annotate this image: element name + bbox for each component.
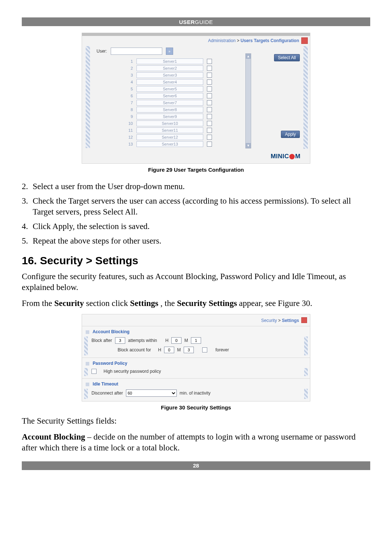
step-5-text: Repeat the above steps for other users.: [33, 236, 161, 246]
step-4-num: 4.: [22, 221, 33, 232]
fig29-left-ornament: [86, 46, 90, 148]
server-access-checkbox[interactable]: [207, 100, 212, 105]
server-name-field[interactable]: Server5: [136, 86, 203, 92]
server-row: 2Server2: [125, 65, 212, 71]
page-footer-bar: 28: [22, 461, 370, 470]
section-16-heading: 16. Security > Settings: [22, 254, 370, 267]
server-row-number: 6: [125, 94, 133, 98]
p2-b1: Security: [54, 299, 84, 308]
server-name-field[interactable]: Server13: [136, 141, 203, 147]
server-row: 6Server6: [125, 93, 212, 99]
password-policy-title: Password Policy: [93, 361, 127, 366]
server-name-field[interactable]: Server4: [136, 79, 203, 85]
select-all-button[interactable]: Select All: [274, 54, 300, 61]
server-access-checkbox[interactable]: [207, 66, 212, 71]
server-row-number: 7: [125, 101, 133, 105]
server-row-number: 9: [125, 114, 133, 119]
server-access-checkbox[interactable]: [207, 59, 212, 64]
server-access-checkbox[interactable]: [207, 86, 212, 91]
server-name-field[interactable]: Server10: [136, 121, 203, 126]
server-name-field[interactable]: Server3: [136, 72, 203, 78]
forever-checkbox[interactable]: [202, 347, 207, 352]
step-3-text: Check the Target servers the user can ac…: [33, 196, 370, 217]
server-access-checkbox[interactable]: [207, 121, 212, 126]
server-name-field[interactable]: Server6: [136, 93, 203, 99]
scrollbar[interactable]: ▲ ▼: [245, 53, 251, 148]
p2-b3: Security Settings: [177, 299, 237, 308]
page-header-bar: USER GUIDE: [22, 17, 370, 26]
server-name-field[interactable]: Server9: [136, 114, 203, 119]
attempts-minutes-input[interactable]: [191, 337, 201, 344]
steps-list: 2. Select a user from the User drop-down…: [22, 181, 370, 246]
breadcrumb-sep: >: [237, 38, 241, 43]
scroll-down-icon[interactable]: ▼: [246, 143, 251, 148]
breadcrumb-page: Settings: [282, 318, 299, 323]
breadcrumb-page: Users Targets Configuration: [241, 38, 299, 43]
server-access-checkbox[interactable]: [207, 93, 212, 98]
h1-label: H: [165, 338, 168, 343]
server-row-number: 4: [125, 80, 133, 84]
help-icon[interactable]: [301, 317, 307, 323]
p2-post: appear, see Figure 30.: [239, 299, 313, 308]
account-blocking-section: Account Blocking Block after attempts wi…: [82, 326, 310, 358]
p2-b2: Settings: [130, 299, 158, 308]
minicom-post: M: [295, 153, 301, 160]
server-access-checkbox[interactable]: [207, 128, 212, 133]
apply-button[interactable]: Apply: [281, 131, 300, 138]
block-after-label: Block after: [91, 338, 112, 343]
help-icon[interactable]: [301, 37, 308, 44]
p2-m2: , the: [160, 299, 177, 308]
step-4-text: Click Apply, the selection is saved.: [33, 221, 150, 232]
minicom-logo: MINIC M: [271, 153, 301, 160]
server-row: 12Server12: [125, 134, 212, 140]
server-access-checkbox[interactable]: [207, 79, 212, 85]
server-access-checkbox[interactable]: [207, 107, 212, 112]
server-name-field[interactable]: Server7: [136, 100, 203, 106]
high-security-checkbox[interactable]: [91, 369, 97, 374]
server-row: 9Server9: [125, 114, 212, 119]
server-row: 13Server13: [125, 141, 212, 147]
block-minutes-input[interactable]: [184, 347, 194, 353]
server-row: 8Server8: [125, 107, 212, 113]
block-after-input[interactable]: [115, 337, 125, 344]
disconnect-after-select[interactable]: 60: [126, 389, 177, 397]
server-row-number: 12: [125, 135, 133, 139]
server-name-field[interactable]: Server8: [136, 107, 203, 113]
server-name-field[interactable]: Server2: [136, 65, 203, 71]
server-row: 10Server10: [125, 121, 212, 126]
ornament-right: [304, 336, 308, 355]
breadcrumb-section[interactable]: Security: [261, 318, 277, 323]
server-row: 4Server4: [125, 79, 212, 85]
breadcrumb-section[interactable]: Administration: [208, 38, 236, 43]
server-row: 1Server1: [125, 58, 212, 64]
block-hours-input[interactable]: [164, 347, 174, 353]
server-row-number: 10: [125, 121, 133, 126]
server-name-field[interactable]: Server1: [136, 58, 203, 64]
attempts-hours-input[interactable]: [171, 337, 181, 344]
page-number: 28: [193, 462, 199, 469]
bullet-icon: [86, 383, 89, 386]
bullet-icon: [86, 362, 89, 366]
idle-timeout-title: Idle Timeout: [93, 381, 118, 387]
step-3-num: 3.: [22, 196, 33, 217]
server-access-checkbox[interactable]: [207, 135, 212, 140]
server-name-field[interactable]: Server11: [136, 127, 203, 133]
section-16-para2: From the Security section click Settings…: [22, 298, 370, 309]
fig29-right-ornament: [303, 46, 308, 149]
breadcrumb-sep: >: [278, 318, 282, 323]
user-dropdown[interactable]: [111, 48, 162, 55]
server-row: 11Server11: [125, 127, 212, 133]
figure30-caption: Figure 30 Security Settings: [22, 404, 370, 411]
security-settings-fields-intro: The Security Settings fields:: [22, 416, 370, 427]
go-button[interactable]: »: [166, 48, 173, 55]
server-access-checkbox[interactable]: [207, 142, 212, 147]
min-of-inactivity-label: min. of inactivity: [180, 391, 211, 396]
server-access-checkbox[interactable]: [207, 73, 212, 78]
server-row-number: 8: [125, 107, 133, 112]
server-row: 7Server7: [125, 100, 212, 106]
server-access-checkbox[interactable]: [207, 114, 212, 119]
fig29-app-window: Administration > Users Targets Configura…: [82, 33, 310, 164]
scroll-up-icon[interactable]: ▲: [246, 54, 251, 59]
server-name-field[interactable]: Server12: [136, 134, 203, 140]
ornament-left: [84, 389, 88, 399]
